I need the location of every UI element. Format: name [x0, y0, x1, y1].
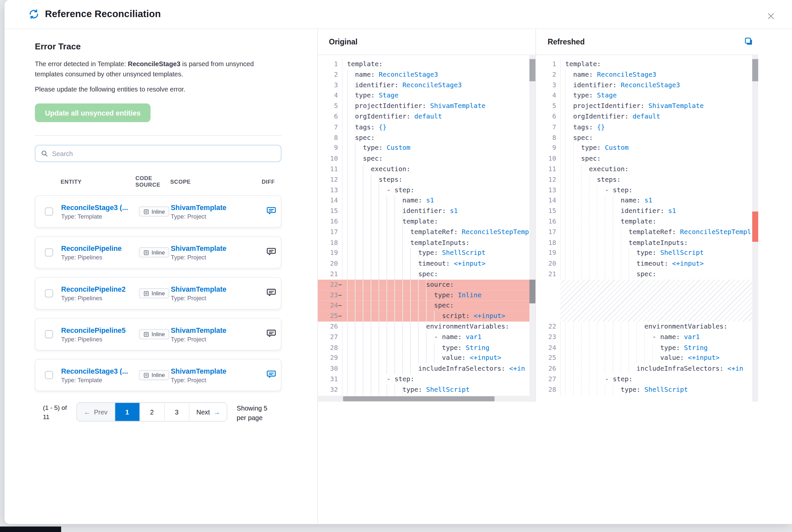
per-page-label: Showing 5 per page: [237, 402, 270, 422]
line-number: 18: [536, 238, 556, 248]
line-number: 10: [318, 153, 338, 164]
refreshed-vertical-scrollbar[interactable]: [752, 55, 758, 402]
line-number: 16: [536, 216, 556, 227]
row-checkbox[interactable]: [45, 248, 53, 256]
diff-icon: [266, 328, 276, 338]
page-button-2[interactable]: 2: [140, 403, 164, 421]
row-checkbox[interactable]: [45, 207, 53, 216]
entity-link[interactable]: ReconcilePipeline: [61, 244, 136, 252]
original-vertical-scrollbar[interactable]: [530, 55, 535, 402]
line-number: 21: [536, 269, 556, 280]
line-number: 19: [536, 248, 556, 259]
entity-link[interactable]: ReconcilePipeline5: [61, 326, 136, 334]
line-number: 27: [536, 374, 556, 384]
reference-reconciliation-screen: Reference Reconciliation Error Trace The…: [0, 0, 792, 532]
code-line: 26environmentVariables:: [318, 322, 536, 332]
marker-spacer: [556, 238, 560, 248]
next-page-button[interactable]: Next→: [189, 403, 227, 421]
code-text: orgIdentifier: default: [560, 112, 758, 122]
code-text: spec:: [342, 269, 535, 280]
code-line-removed: 25−script: <+input>: [318, 311, 536, 322]
copy-icon[interactable]: [744, 37, 753, 46]
error-trace-title: Error Trace: [35, 42, 281, 52]
entity-type: Type: Pipelines: [61, 254, 136, 261]
marker-spacer: [338, 248, 342, 259]
line-number: 10: [536, 153, 556, 164]
marker-spacer: [556, 332, 560, 343]
code-line: 9type: Custom: [318, 143, 536, 154]
scrollbar-thumb[interactable]: [752, 59, 758, 81]
row-checkbox[interactable]: [45, 330, 53, 338]
inline-icon: [143, 249, 149, 255]
marker-spacer: [556, 101, 560, 112]
entity-table: ReconcileStage3 (...Type: TemplateInline…: [35, 195, 281, 391]
code-text: identifier: s1: [342, 206, 535, 216]
marker-spacer: [556, 80, 560, 91]
code-text: type: Stage: [560, 91, 758, 101]
scope-type: Type: Project: [171, 336, 262, 342]
scrollbar-thumb[interactable]: [530, 59, 535, 81]
code-line: 10spec:: [318, 153, 536, 164]
entity-type: Type: Pipelines: [61, 336, 136, 342]
line-number: 5: [536, 101, 556, 112]
code-text: source:: [342, 280, 535, 290]
close-icon[interactable]: [765, 10, 777, 22]
refreshed-panel-header: Refreshed: [536, 28, 758, 54]
line-number: 8: [536, 133, 556, 143]
diff-cell: [262, 328, 281, 340]
code-text: execution:: [560, 164, 758, 174]
code-line: 15identifier: s1: [318, 206, 536, 216]
entity-link[interactable]: ReconcileStage3 (...: [61, 203, 136, 211]
line-number: 31: [318, 374, 338, 384]
code-line: 16template:: [536, 216, 758, 227]
entity-cell: ReconcilePipeline2Type: Pipelines: [61, 285, 136, 302]
entity-link[interactable]: ReconcilePipeline2: [61, 285, 136, 293]
diff-icon-button[interactable]: [266, 205, 276, 216]
entity-link[interactable]: ReconcileStage3 (...: [61, 367, 136, 375]
scope-cell: ShivamTemplateType: Project: [171, 326, 262, 343]
original-code-panel: 1template:2name: ReconcileStage33identif…: [318, 55, 536, 402]
code-text: steps:: [560, 174, 758, 185]
row-checkbox[interactable]: [45, 371, 53, 379]
code-line: 2name: ReconcileStage3: [318, 70, 536, 80]
diff-icon-button[interactable]: [266, 246, 276, 256]
line-number: 18: [318, 238, 338, 248]
scope-link[interactable]: ShivamTemplate: [171, 285, 262, 293]
code-text: templateRef: ReconcileStepTempl: [342, 227, 535, 238]
code-text: type: ShellScript: [560, 384, 758, 395]
diff-icon-button[interactable]: [266, 287, 276, 298]
original-horizontal-scrollbar[interactable]: [318, 396, 530, 402]
scrollbar-thumb[interactable]: [343, 396, 495, 401]
line-number: 25: [536, 353, 556, 363]
scope-link[interactable]: ShivamTemplate: [171, 367, 262, 375]
error-description: The error detected in Template: Reconcil…: [35, 59, 281, 79]
code-source-cell: Inline: [136, 329, 171, 339]
marker-spacer: [556, 342, 560, 353]
line-number: 7: [318, 122, 338, 133]
page-button-1[interactable]: 1: [115, 403, 140, 421]
code-text: value: <+input>: [560, 353, 758, 363]
diff-icon-button[interactable]: [266, 369, 276, 379]
scope-link[interactable]: ShivamTemplate: [171, 244, 262, 252]
code-text: template:: [342, 59, 535, 70]
scope-link[interactable]: ShivamTemplate: [171, 203, 262, 211]
code-line: 24type: String: [536, 342, 758, 353]
marker-spacer: [556, 384, 560, 395]
row-checkbox[interactable]: [45, 289, 53, 298]
prev-page-button[interactable]: ←Prev: [77, 403, 115, 421]
code-text: spec:: [560, 153, 758, 164]
code-text: templateRef: ReconcileStepTempl: [560, 227, 758, 238]
diff-icon: [266, 205, 276, 216]
code-text: spec:: [342, 153, 535, 164]
code-text: spec:: [342, 133, 535, 143]
search-input[interactable]: [52, 150, 275, 157]
line-number: 12: [536, 174, 556, 185]
scope-link[interactable]: ShivamTemplate: [171, 326, 262, 334]
marker-spacer: [556, 195, 560, 206]
diff-icon-button[interactable]: [266, 328, 276, 338]
code-line: 13- step:: [318, 185, 536, 195]
checkbox-cell: [35, 371, 61, 379]
update-all-unsynced-entities-button[interactable]: Update all unsynced entities: [35, 103, 151, 122]
page-button-3[interactable]: 3: [164, 403, 189, 421]
marker-spacer: [556, 143, 560, 154]
